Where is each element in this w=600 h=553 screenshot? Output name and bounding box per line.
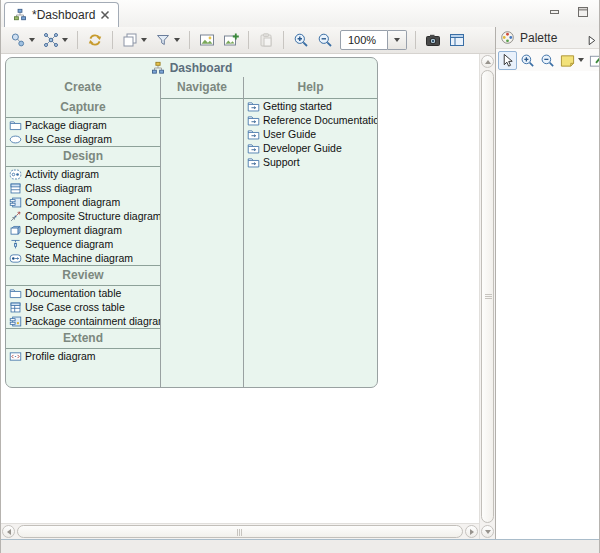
- camera-icon: [425, 32, 441, 48]
- editor-tab-bar: *Dashboard: [1, 0, 599, 27]
- dashboard-item[interactable]: Class diagram: [6, 181, 160, 195]
- palette-title: Palette: [520, 31, 557, 45]
- zoom-level-value[interactable]: 100%: [340, 30, 388, 50]
- zoom-out-button[interactable]: [314, 29, 336, 51]
- select-arrow-icon: [500, 53, 515, 68]
- dashboard-panel: Dashboard CreateCapturePackage diagramUs…: [5, 57, 378, 388]
- diagram-canvas[interactable]: Dashboard CreateCapturePackage diagramUs…: [1, 54, 479, 523]
- item-label: Support: [263, 156, 300, 168]
- horizontal-scrollbar-thumb[interactable]: [17, 525, 463, 538]
- dashboard-item[interactable]: State Machine diagram: [6, 251, 160, 265]
- chevron-down-icon: [141, 38, 147, 42]
- dashboard-item[interactable]: Profile diagram: [6, 349, 160, 363]
- annotate-icon: [589, 53, 600, 68]
- filters-button[interactable]: [152, 29, 183, 51]
- dashboard-item[interactable]: User Guide: [244, 127, 377, 141]
- dashboard-item[interactable]: Reference Documentation: [244, 113, 377, 127]
- dashboard-item[interactable]: Package diagram: [6, 118, 160, 132]
- item-label: Reference Documentation: [263, 114, 377, 126]
- sequence-icon: [9, 238, 22, 251]
- dashboard-column-help: HelpGetting startedReference Documentati…: [244, 77, 377, 387]
- maximize-view-button[interactable]: [577, 6, 589, 18]
- select-tool[interactable]: [498, 51, 517, 70]
- sync-with-model-button[interactable]: [84, 29, 106, 51]
- insert-image-button[interactable]: [196, 29, 218, 51]
- link-note-tool[interactable]: [587, 51, 600, 70]
- palette-panel: Palette: [495, 27, 600, 539]
- oval-icon: [9, 133, 22, 146]
- dashboard-item[interactable]: Getting started: [244, 99, 377, 113]
- scroll-left-button[interactable]: [2, 525, 15, 538]
- composite-icon: [9, 210, 22, 223]
- item-label: Deployment diagram: [25, 224, 122, 236]
- palette-zoom-out-tool[interactable]: [538, 51, 557, 70]
- note-icon: [560, 53, 575, 68]
- papyrus-window: *Dashboard 100% Dashboard CreateCaptureP…: [0, 0, 600, 553]
- chevron-down-icon: [29, 38, 35, 42]
- funnel-icon: [155, 32, 171, 48]
- expand-arrow-icon[interactable]: [586, 32, 597, 43]
- close-icon[interactable]: [100, 10, 110, 20]
- horizontal-scrollbar[interactable]: [1, 523, 479, 539]
- dashboard-item[interactable]: Developer Guide: [244, 141, 377, 155]
- table-icon: [9, 301, 22, 314]
- minimize-view-button[interactable]: [549, 6, 561, 18]
- dashboard-title-label: Dashboard: [170, 61, 233, 75]
- layout-graph-button[interactable]: [40, 29, 71, 51]
- copy-appearance-button[interactable]: [119, 29, 150, 51]
- arrange-selection-button[interactable]: [7, 29, 38, 51]
- chevron-down-icon: [174, 38, 180, 42]
- paste-icon: [258, 32, 274, 48]
- palette-icon: [500, 30, 515, 45]
- item-label: Profile diagram: [25, 350, 96, 362]
- statemachine-icon: [9, 252, 22, 265]
- zoom-level-combo: 100%: [340, 30, 407, 50]
- chevron-down-icon: [578, 58, 584, 62]
- dashboard-item[interactable]: Documentation table: [6, 286, 160, 300]
- item-label: User Guide: [263, 128, 316, 140]
- class-icon: [9, 182, 22, 195]
- vertical-scrollbar[interactable]: [479, 54, 495, 539]
- dashboard-item[interactable]: Activity diagram: [6, 167, 160, 181]
- toolbar-separator: [189, 31, 190, 49]
- folder-icon: [9, 119, 22, 132]
- main-toolbar: 100%: [1, 27, 495, 54]
- dashboard-item[interactable]: Component diagram: [6, 195, 160, 209]
- view-window-controls: [549, 6, 589, 18]
- vertical-scrollbar-thumb[interactable]: [481, 70, 494, 523]
- window-bottom-strip: [1, 539, 599, 553]
- item-label: Documentation table: [25, 287, 121, 299]
- section-header: Extend: [6, 329, 160, 348]
- activity-icon: [9, 168, 22, 181]
- column-header: Create: [6, 77, 160, 98]
- scroll-down-button[interactable]: [481, 525, 494, 538]
- zoom-in-button[interactable]: [290, 29, 312, 51]
- section-header: Design: [6, 147, 160, 166]
- palette-header[interactable]: Palette: [496, 27, 600, 49]
- dashboard-item[interactable]: Use Case cross table: [6, 300, 160, 314]
- scroll-up-button[interactable]: [481, 55, 494, 68]
- grip-icon: [485, 294, 492, 295]
- palette-toolbar: [496, 49, 600, 71]
- tab-dashboard[interactable]: *Dashboard: [4, 2, 119, 27]
- snapshot-button[interactable]: [422, 29, 444, 51]
- dashboard-item[interactable]: Support: [244, 155, 377, 169]
- palette-zoom-in-tool[interactable]: [518, 51, 537, 70]
- item-label: Class diagram: [25, 182, 92, 194]
- arrange-icon: [10, 32, 26, 48]
- note-tool[interactable]: [558, 51, 586, 70]
- diagram-image-button[interactable]: [446, 29, 468, 51]
- dashboard-item[interactable]: Sequence diagram: [6, 237, 160, 251]
- chevron-right-icon: [470, 529, 474, 535]
- grip-icon: [237, 529, 238, 536]
- add-image-button[interactable]: [220, 29, 242, 51]
- dashboard-item[interactable]: Composite Structure diagram: [6, 209, 160, 223]
- dashboard-item[interactable]: Use Case diagram: [6, 132, 160, 146]
- zoom-combo-dropdown-button[interactable]: [388, 30, 407, 50]
- dashboard-columns: CreateCapturePackage diagramUse Case dia…: [6, 77, 377, 387]
- zoom-in-icon: [520, 53, 535, 68]
- scroll-right-button[interactable]: [465, 525, 478, 538]
- dashboard-item[interactable]: Package containment diagram: [6, 314, 160, 328]
- dashboard-item[interactable]: Deployment diagram: [6, 223, 160, 237]
- item-label: State Machine diagram: [25, 252, 133, 264]
